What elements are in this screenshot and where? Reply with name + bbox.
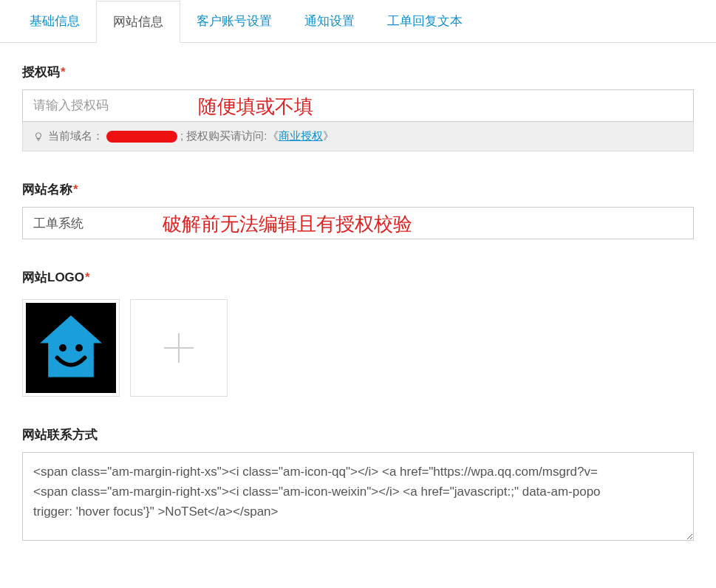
site-name-input[interactable]	[22, 207, 694, 239]
required-mark: *	[73, 182, 78, 196]
tab-customer-account[interactable]: 客户账号设置	[180, 1, 288, 43]
auth-hint-bar: 当前域名： ; 授权购买请访问:《 商业授权 》	[22, 122, 694, 151]
contact-textarea[interactable]	[22, 452, 694, 541]
tab-site-info[interactable]: 网站信息	[96, 1, 180, 43]
tab-notification[interactable]: 通知设置	[288, 1, 371, 43]
hint-close-bracket: 》	[323, 129, 334, 143]
field-contact: 网站联系方式	[22, 426, 694, 544]
svg-point-1	[75, 344, 83, 352]
tab-basic-info[interactable]: 基础信息	[13, 1, 96, 43]
hint-domain-prefix: 当前域名：	[48, 129, 103, 143]
contact-label: 网站联系方式	[22, 426, 694, 443]
redacted-domain	[106, 131, 177, 143]
tab-ticket-reply[interactable]: 工单回复文本	[371, 1, 479, 43]
auth-code-label-text: 授权码	[22, 65, 60, 79]
required-mark: *	[61, 65, 66, 79]
tab-content: 授权码* 随便填或不填 当前域名： ; 授权购买请访问:《 商业授权 》 网站名…	[0, 43, 716, 566]
field-site-name: 网站名称* 破解前无法编辑且有授权校验	[22, 181, 694, 239]
logo-image	[26, 303, 116, 393]
logo-upload-button[interactable]	[130, 299, 228, 397]
plus-icon	[164, 333, 194, 363]
logo-preview[interactable]	[22, 299, 120, 397]
lightbulb-icon	[33, 131, 44, 142]
auth-code-input[interactable]	[22, 89, 694, 122]
required-mark: *	[85, 270, 90, 284]
hint-buy-text: ; 授权购买请访问:《	[180, 129, 279, 143]
auth-code-label: 授权码*	[22, 64, 694, 81]
field-auth-code: 授权码* 随便填或不填 当前域名： ; 授权购买请访问:《 商业授权 》	[22, 64, 694, 151]
site-name-label-text: 网站名称	[22, 182, 72, 196]
commercial-auth-link[interactable]: 商业授权	[279, 129, 323, 143]
site-name-label: 网站名称*	[22, 181, 694, 198]
tabs-nav: 基础信息 网站信息 客户账号设置 通知设置 工单回复文本	[0, 0, 716, 43]
site-logo-label: 网站LOGO*	[22, 269, 694, 286]
site-logo-label-text: 网站LOGO	[22, 270, 84, 284]
field-site-logo: 网站LOGO*	[22, 269, 694, 397]
svg-point-0	[59, 344, 67, 352]
